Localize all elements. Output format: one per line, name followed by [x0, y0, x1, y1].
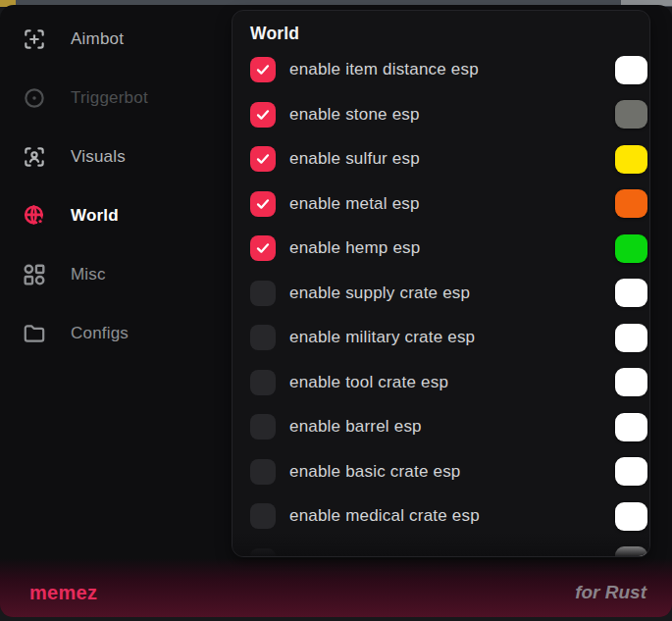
panel-title: World	[250, 24, 299, 44]
sidebar-item-label: Aimbot	[71, 29, 124, 49]
configs-folder-icon	[22, 321, 47, 346]
sidebar-item-label: Misc	[71, 265, 106, 285]
esp-option-row: enable medical crate esp	[250, 503, 649, 529]
esp-option-label: enable military crate esp	[289, 328, 475, 347]
esp-option-row: enable military crate esp	[250, 325, 649, 350]
checkmark-icon	[255, 62, 271, 78]
esp-option-label: enable medical crate esp	[289, 506, 480, 526]
sidebar-item-misc[interactable]: Misc	[0, 260, 232, 289]
esp-color-swatch[interactable]	[615, 457, 647, 486]
sidebar-item-configs[interactable]: Configs	[0, 319, 232, 348]
esp-checkbox[interactable]	[250, 459, 276, 485]
esp-option-label: enable sulfur esp	[289, 149, 420, 169]
sidebar: Aimbot Triggerbot Visuals	[0, 5, 232, 554]
esp-color-swatch[interactable]	[615, 413, 647, 441]
brand-name: memez	[29, 582, 97, 604]
esp-option-row: enable item distance esp	[250, 57, 649, 82]
sidebar-item-visuals[interactable]: Visuals	[0, 142, 232, 172]
esp-checkbox[interactable]	[250, 191, 276, 217]
esp-option-row: enable barrel esp	[250, 414, 649, 440]
sidebar-item-aimbot[interactable]: Aimbot	[0, 25, 232, 54]
visuals-person-scan-icon	[22, 144, 47, 170]
esp-color-swatch[interactable]	[615, 145, 647, 174]
world-globe-icon	[22, 203, 47, 229]
cheat-menu-window: Aimbot Triggerbot Visuals	[0, 5, 672, 617]
esp-option-label: enable item distance esp	[289, 60, 479, 79]
aimbot-crosshair-icon	[22, 26, 47, 52]
checkmark-icon	[255, 240, 271, 256]
sidebar-item-label: Configs	[71, 324, 129, 343]
misc-categories-icon	[22, 262, 47, 287]
esp-option-row: enable tool crate esp	[250, 370, 649, 395]
esp-color-swatch[interactable]	[615, 368, 647, 396]
esp-color-swatch[interactable]	[615, 100, 647, 129]
esp-checkbox[interactable]	[250, 102, 276, 128]
sidebar-item-label: Triggerbot	[71, 88, 148, 108]
esp-option-row: enable basic crate esp	[250, 459, 649, 485]
esp-option-label: enable barrel esp	[289, 417, 422, 437]
esp-color-swatch[interactable]	[615, 189, 647, 218]
brand-tagline: for Rust	[575, 582, 646, 603]
esp-color-swatch[interactable]	[615, 502, 647, 531]
esp-option-row	[250, 548, 649, 558]
esp-checkbox[interactable]	[250, 235, 276, 261]
esp-color-swatch[interactable]	[615, 324, 647, 352]
world-settings-panel: World enable item distance esp	[232, 10, 650, 557]
esp-checkbox[interactable]	[250, 57, 276, 82]
esp-option-label: enable supply crate esp	[289, 284, 470, 303]
esp-checkbox[interactable]	[250, 370, 276, 395]
esp-checkbox[interactable]	[250, 414, 276, 440]
sidebar-item-label: Visuals	[71, 147, 126, 167]
esp-option-list: enable item distance esp enable stone es…	[250, 57, 649, 557]
triggerbot-target-icon	[22, 85, 47, 111]
esp-color-swatch[interactable]	[615, 279, 647, 307]
esp-option-row: enable sulfur esp	[250, 146, 649, 172]
checkmark-icon	[255, 196, 271, 212]
esp-checkbox[interactable]	[250, 548, 276, 558]
esp-option-row: enable hemp esp	[250, 235, 649, 261]
esp-option-label: enable basic crate esp	[289, 462, 461, 482]
esp-option-row: enable stone esp	[250, 102, 649, 128]
esp-checkbox[interactable]	[250, 281, 276, 306]
footer-bar: memez for Rust	[0, 558, 672, 617]
esp-checkbox[interactable]	[250, 503, 276, 529]
sidebar-item-triggerbot[interactable]: Triggerbot	[0, 83, 232, 113]
esp-checkbox[interactable]	[250, 325, 276, 350]
esp-option-row: enable supply crate esp	[250, 281, 649, 306]
esp-option-label: enable tool crate esp	[289, 373, 448, 392]
sidebar-item-label: World	[71, 206, 119, 226]
esp-color-swatch[interactable]	[615, 546, 647, 557]
esp-color-swatch[interactable]	[615, 56, 647, 84]
esp-option-label: enable hemp esp	[289, 238, 420, 258]
esp-color-swatch[interactable]	[615, 234, 647, 263]
checkmark-icon	[255, 107, 271, 123]
checkmark-icon	[255, 151, 271, 167]
esp-option-row: enable metal esp	[250, 191, 649, 217]
esp-option-label: enable stone esp	[289, 105, 420, 125]
esp-checkbox[interactable]	[250, 146, 276, 172]
esp-option-label: enable metal esp	[289, 194, 420, 214]
sidebar-item-world[interactable]: World	[0, 201, 232, 231]
